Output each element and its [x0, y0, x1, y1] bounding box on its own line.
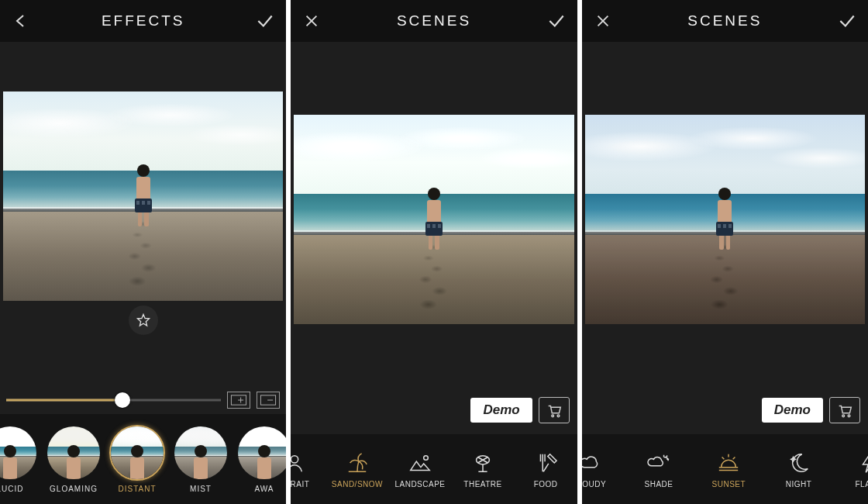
back-icon[interactable]: [11, 11, 31, 31]
effect-lucid[interactable]: LUCID: [0, 425, 40, 493]
effect-label: MIST: [190, 485, 212, 493]
scene-cloudy[interactable]: CLOUDY: [582, 450, 617, 488]
header-title: SCENES: [613, 12, 837, 29]
flash-icon: [856, 450, 868, 475]
scene-shade[interactable]: SHADE: [631, 450, 687, 488]
cart-button[interactable]: [829, 397, 860, 423]
header: EFFECTS: [0, 0, 286, 42]
scene-label: SHADE: [645, 480, 673, 488]
cloudy-icon: [582, 450, 601, 475]
photo-preview[interactable]: [585, 115, 865, 325]
night-icon: [787, 450, 811, 475]
confirm-icon[interactable]: [255, 11, 275, 31]
effect-label: GLOAMING: [50, 485, 98, 493]
scene-food[interactable]: FOOD: [518, 450, 574, 488]
demo-row: Demo: [582, 397, 868, 434]
effect-label: LUCID: [0, 485, 24, 493]
svg-point-3: [557, 415, 560, 417]
scene-label: NIGHT: [786, 480, 812, 488]
intensity-slider[interactable]: [6, 391, 221, 409]
effect-awa[interactable]: AWA: [234, 425, 286, 493]
photo-preview[interactable]: [294, 115, 574, 325]
favorite-button[interactable]: [129, 306, 158, 335]
effects-strip[interactable]: LUCID GLOAMING DISTANT MIST AWA: [0, 414, 286, 504]
header: SCENES: [291, 0, 577, 42]
header-title: SCENES: [322, 12, 546, 29]
scene-label: FLASH: [855, 480, 868, 488]
scene-bar[interactable]: CLOUDY SHADE SUNSET NIGHT FLASH: [582, 434, 868, 504]
screen-effects: EFFECTS: [0, 0, 286, 504]
scene-label: SUNSET: [712, 480, 746, 488]
portrait-icon: [291, 450, 307, 475]
svg-point-4: [291, 455, 298, 462]
effect-distant[interactable]: DISTANT: [107, 425, 167, 493]
scene-portrait[interactable]: RTRAIT: [291, 450, 322, 488]
scene-label: FOOD: [534, 480, 558, 488]
screen-scenes-sand: SCENES Demo RTRAIT SAND/SNO: [291, 0, 577, 504]
preview-area: [0, 42, 286, 388]
preview-area: [291, 42, 577, 397]
preview-area: [582, 42, 868, 397]
screen-scenes-sunset: SCENES Demo CLOUDY SHADE: [582, 0, 868, 504]
shade-icon: [646, 450, 671, 475]
scene-label: SAND/SNOW: [332, 480, 383, 488]
demo-button[interactable]: Demo: [762, 398, 823, 423]
svg-point-5: [424, 455, 429, 460]
scene-night[interactable]: NIGHT: [771, 450, 827, 488]
confirm-icon[interactable]: [546, 11, 567, 31]
header: SCENES: [582, 0, 868, 42]
theatre-icon: [470, 450, 495, 475]
svg-point-7: [842, 415, 845, 417]
scene-theatre[interactable]: THEATRE: [455, 450, 511, 488]
scene-sand-snow[interactable]: SAND/SNOW: [329, 450, 385, 488]
effect-gloaming[interactable]: GLOAMING: [43, 425, 104, 493]
effect-mist[interactable]: MIST: [170, 425, 231, 493]
compare-remove-button[interactable]: [257, 392, 280, 409]
palm-icon: [345, 450, 370, 475]
close-icon[interactable]: [593, 11, 613, 31]
svg-point-8: [848, 415, 850, 417]
effect-label: DISTANT: [118, 485, 156, 493]
photo-preview[interactable]: [3, 91, 283, 302]
scene-landscape[interactable]: LANDSCAPE: [392, 450, 448, 488]
header-title: EFFECTS: [31, 12, 255, 29]
intensity-slider-row: [0, 388, 286, 414]
scene-label: LANDSCAPE: [394, 480, 445, 488]
effect-label: AWA: [254, 485, 274, 493]
landscape-icon: [408, 450, 432, 475]
scene-label: RTRAIT: [291, 480, 309, 488]
demo-row: Demo: [291, 397, 577, 434]
confirm-icon[interactable]: [837, 11, 857, 31]
scene-label: CLOUDY: [582, 480, 606, 488]
demo-button[interactable]: Demo: [470, 398, 532, 423]
sunset-icon: [716, 450, 741, 475]
close-icon[interactable]: [301, 11, 322, 31]
cart-button[interactable]: [539, 397, 570, 423]
food-icon: [533, 450, 558, 475]
scene-sunset[interactable]: SUNSET: [701, 450, 756, 488]
compare-add-button[interactable]: [227, 392, 250, 409]
scene-bar[interactable]: RTRAIT SAND/SNOW LANDSCAPE THEATRE FOOD: [291, 434, 577, 504]
scene-flash[interactable]: FLASH: [841, 450, 868, 488]
svg-point-2: [551, 415, 553, 417]
scene-label: THEATRE: [463, 480, 501, 488]
